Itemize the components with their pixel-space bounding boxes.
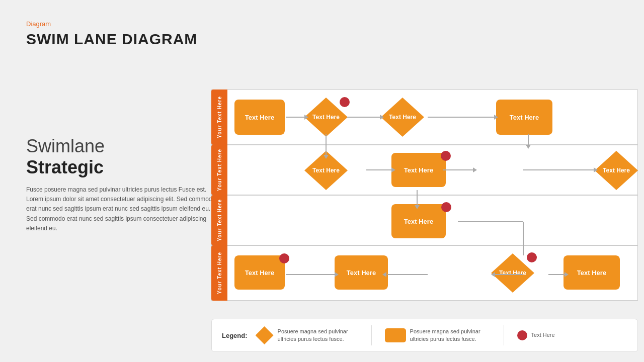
legend-item-2: Posuere magna sed pulvinar ultricies pur… <box>385 328 491 343</box>
legend-item-3: Text Here <box>517 330 555 340</box>
legend-separator-1 <box>371 325 372 345</box>
lane-label-2: Your Text Here <box>211 145 227 195</box>
lane-label-1: Your Text Here <box>211 89 227 145</box>
left-description: Swimlane Strategic Fusce posuere magna s… <box>26 136 217 233</box>
legend-dot-icon <box>517 330 527 340</box>
legend-diamond-icon <box>256 326 274 344</box>
strategic-label: Strategic <box>26 157 217 178</box>
diagram-area: Your Text Here Your Text Here Your Text … <box>211 89 638 311</box>
red-dot-lane1 <box>340 97 350 107</box>
description-text: Fusce posuere magna sed pulvinar ultrici… <box>26 185 217 233</box>
legend-title: Legend: <box>222 332 248 339</box>
red-dot-lane2 <box>441 151 451 161</box>
legend-item-2-text: Posuere magna sed pulvinar ultricies pur… <box>410 328 491 343</box>
red-dot-lane4-diamond <box>527 252 537 262</box>
legend-item-3-text: Text Here <box>531 331 555 339</box>
legend: Legend: Posuere magna sed pulvinar ultri… <box>211 319 638 352</box>
lane1-rect1: Text Here <box>234 100 285 135</box>
lane3-rect: Text Here <box>391 204 446 238</box>
legend-rect-icon <box>385 328 406 342</box>
swimlane-label: Swimlane <box>26 136 217 157</box>
red-dot-lane4 <box>279 253 289 263</box>
header-block: Diagram SWIM LANE DIAGRAM <box>26 20 197 48</box>
lane1-rect2: Text Here <box>496 100 552 135</box>
legend-item-1-text: Posuere magna sed pulvinar ultricies pur… <box>278 328 358 343</box>
header-label: Diagram <box>26 20 197 28</box>
lane4-rect3: Text Here <box>564 255 620 290</box>
red-dot-lane3 <box>441 202 451 212</box>
lane4-rect2: Text Here <box>335 255 388 290</box>
lane4-rect1: Text Here <box>234 255 285 290</box>
legend-separator-2 <box>504 325 504 345</box>
lane-label-3: Your Text Here <box>211 195 227 245</box>
legend-item-1: Posuere magna sed pulvinar ultricies pur… <box>256 326 358 344</box>
header-title: SWIM LANE DIAGRAM <box>26 31 197 48</box>
lane2-rect: Text Here <box>391 153 446 187</box>
lane-label-4: Your Text Here <box>211 245 227 301</box>
